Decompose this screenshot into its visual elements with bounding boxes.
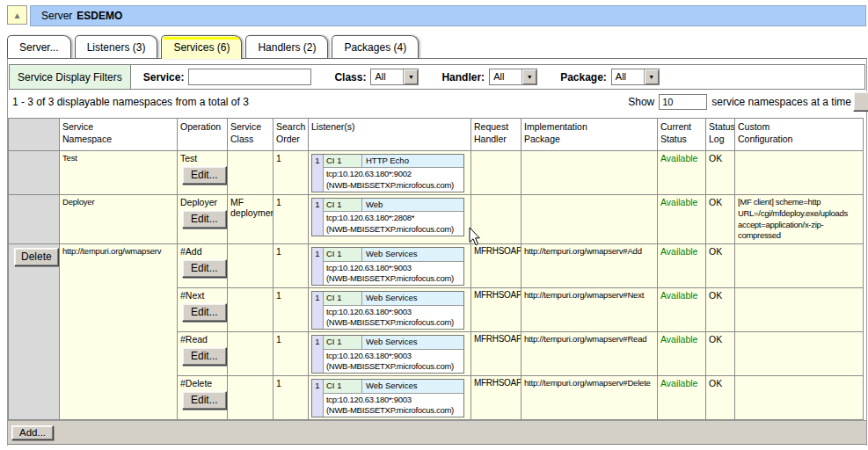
col-actions — [9, 119, 60, 151]
handler-filter-select[interactable]: All ▼ — [489, 69, 537, 85]
actions-cell — [9, 195, 60, 244]
triangle-up-icon: ▲ — [13, 11, 22, 20]
current-status-cell: Available — [658, 151, 706, 195]
tab-listeners[interactable]: Listeners (3) — [75, 35, 158, 58]
custom-configuration-cell — [735, 151, 864, 195]
search-order-cell: 1 — [274, 376, 309, 420]
show-count-input[interactable] — [659, 94, 707, 110]
tab-server[interactable]: Server... — [7, 35, 71, 58]
collapse-button[interactable]: ▲ — [7, 5, 27, 25]
edit-button[interactable]: Edit... — [182, 259, 227, 278]
show-suffix: service namespaces at a time — [711, 96, 851, 108]
listener-conversation: CI 1 — [324, 199, 362, 211]
listener-address-block: tcp:10.120.63.180*:2808* (NWB-MBISSETXP.… — [324, 212, 463, 236]
service-row: Test Test Edit... 1 1 CI 1 HTTP Echo — [9, 151, 864, 195]
custom-configuration-cell — [735, 288, 864, 332]
show-count-group: Show service namespaces at a time — [628, 94, 851, 110]
listener-host: (NWB-MBISSETXP.microfocus.com) — [326, 273, 461, 284]
tab-handlers[interactable]: Handlers (2) — [245, 35, 328, 58]
chevron-down-icon[interactable]: ▼ — [522, 69, 536, 84]
tab-bar: Server... Listeners (3) Services (6) Han… — [7, 35, 419, 58]
listener-main: CI 1 Web tcp:10.120.63.180*:2808* (NWB-M… — [324, 199, 463, 236]
operation-cell: Deployer Edit... — [178, 195, 228, 244]
chevron-down-icon[interactable]: ▼ — [403, 69, 418, 84]
service-filter-input[interactable] — [188, 69, 311, 85]
listener-number: 1 — [312, 380, 324, 417]
status-log-cell: OK — [706, 151, 735, 195]
current-status-cell: Available — [658, 195, 706, 244]
implementation-package-cell: http://tempuri.org/wmapserv#Delete — [522, 376, 658, 420]
show-label: Show — [628, 96, 654, 108]
col-service-class: Service Class — [228, 119, 274, 151]
edit-button[interactable]: Edit... — [182, 166, 227, 185]
col-request-handler: Request Handler — [471, 119, 522, 151]
request-handler-cell: MFRHSOAP — [471, 288, 522, 332]
service-class-cell — [228, 288, 274, 332]
current-status-cell: Available — [658, 332, 706, 376]
server-header-bar: ▲ Server ESDEMO — [7, 5, 866, 26]
listener-conversation: CI 1 — [324, 155, 362, 167]
implementation-package-cell: http://tempuri.org/wmapserv#Next — [522, 288, 658, 332]
edit-button[interactable]: Edit... — [182, 347, 227, 366]
col-operation: Operation — [178, 119, 228, 151]
listeners-cell: 1 CI 1 Web Services tcp:10.120.63.180*:9… — [309, 332, 471, 376]
operation-cell: #Add Edit... — [178, 244, 228, 288]
listener-name: Web Services — [362, 336, 463, 348]
status-log-cell: OK — [706, 288, 735, 332]
listener-name: Web Services — [362, 248, 463, 260]
server-title-bar: Server ESDEMO — [30, 5, 866, 26]
service-class-cell — [228, 151, 274, 195]
listener-address-block: tcp:10.120.63.180*:9003 (NWB-MBISSETXP.m… — [324, 394, 463, 417]
listener-box: 1 CI 1 Web Services tcp:10.120.63.180*:9… — [311, 291, 464, 330]
listener-host: (NWB-MBISSETXP.microfocus.com) — [326, 180, 461, 191]
pagination-row: 1 - 3 of 3 displayable namespaces from a… — [8, 90, 866, 113]
next-page-button[interactable] — [853, 91, 868, 112]
listeners-cell: 1 CI 1 Web Services tcp:10.120.63.180*:9… — [309, 288, 471, 332]
current-status-cell: Available — [658, 376, 706, 420]
filters-title: Service Display Filters — [10, 65, 131, 89]
services-admin-screen: ▲ Server ESDEMO Server... Listeners (3) … — [0, 0, 868, 450]
table-header-row: Service Namespace Operation Service Clas… — [9, 119, 864, 151]
actions-cell — [9, 151, 60, 195]
listener-host: (NWB-MBISSETXP.microfocus.com) — [326, 317, 461, 328]
chevron-down-icon[interactable]: ▼ — [644, 69, 659, 84]
listeners-cell: 1 CI 1 Web tcp:10.120.63.180*:2808* (NWB… — [309, 195, 471, 244]
implementation-package-cell — [522, 151, 658, 195]
tab-services[interactable]: Services (6) — [161, 35, 242, 59]
namespace-cell: http://tempuri.org/wmapserv — [60, 244, 178, 420]
package-filter-select[interactable]: All ▼ — [611, 69, 660, 85]
implementation-package-cell: http://tempuri.org/wmapserv#Add — [522, 244, 658, 288]
listener-main: CI 1 Web Services tcp:10.120.63.180*:900… — [324, 380, 463, 417]
listener-address: tcp:10.120.63.180*:9003 — [326, 307, 461, 317]
listener-name: Web Services — [362, 380, 463, 392]
listener-number: 1 — [312, 292, 324, 329]
listener-address-block: tcp:10.120.63.180*:9002 (NWB-MBISSETXP.m… — [324, 168, 463, 192]
col-implementation-package: Implementation Package — [522, 119, 658, 151]
tab-packages[interactable]: Packages (4) — [332, 35, 419, 58]
package-filter-value: All — [612, 69, 644, 84]
namespace-cell: Test — [60, 151, 178, 195]
edit-button[interactable]: Edit... — [182, 303, 227, 322]
edit-button[interactable]: Edit... — [182, 210, 227, 229]
class-filter-select[interactable]: All ▼ — [370, 69, 419, 85]
request-handler-cell: MFRHSOAP — [471, 376, 522, 420]
listener-address-block: tcp:10.120.63.180*:9003 (NWB-MBISSETXP.m… — [324, 350, 463, 374]
listener-address: tcp:10.120.63.180*:9002 — [326, 169, 461, 179]
table-footer-bar: Add... — [8, 420, 866, 445]
listener-name: Web Services — [362, 292, 463, 304]
edit-button[interactable]: Edit... — [182, 391, 227, 410]
search-order-cell: 1 — [274, 151, 309, 195]
operation-name: #Read — [180, 334, 224, 345]
status-log-cell: OK — [706, 376, 735, 420]
listener-box: 1 CI 1 Web tcp:10.120.63.180*:2808* (NWB… — [311, 198, 464, 236]
implementation-package-cell — [522, 195, 658, 244]
custom-configuration-cell — [735, 332, 864, 376]
search-order-cell: 1 — [274, 195, 309, 244]
handler-filter-label: Handler: — [441, 71, 485, 83]
listener-box: 1 CI 1 Web Services tcp:10.120.63.180*:9… — [311, 379, 464, 417]
add-button[interactable]: Add... — [11, 425, 54, 440]
listeners-cell: 1 CI 1 Web Services tcp:10.120.63.180*:9… — [309, 376, 471, 420]
range-text: 1 - 3 of 3 displayable namespaces from a… — [12, 96, 249, 108]
delete-button[interactable]: Delete — [14, 248, 59, 266]
operation-name: #Next — [180, 290, 224, 301]
